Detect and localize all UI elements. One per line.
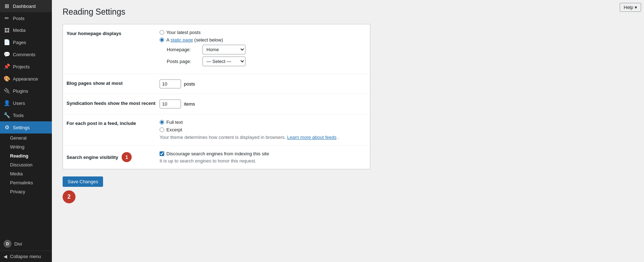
- submenu-media-settings[interactable]: Media: [0, 169, 52, 178]
- learn-more-feeds-link[interactable]: Learn more about feeds: [287, 135, 337, 140]
- sidebar-item-plugins[interactable]: 🔌 Plugins: [0, 85, 52, 97]
- sidebar-item-label: Users: [13, 101, 25, 106]
- posts-icon: ✏: [4, 15, 10, 21]
- search-visibility-row: Search engine visibility 1 Discourage se…: [63, 146, 370, 169]
- help-chevron-icon: ▾: [635, 5, 637, 10]
- radio-full-text-input[interactable]: [160, 120, 164, 125]
- sidebar-item-comments[interactable]: 💬 Comments: [0, 48, 52, 60]
- submenu-privacy[interactable]: Privacy: [0, 187, 52, 196]
- sidebar-item-divi[interactable]: D Divi: [0, 237, 52, 251]
- sidebar-item-pages[interactable]: 📄 Pages: [0, 36, 52, 48]
- divi-label: Divi: [14, 241, 22, 247]
- submenu-writing[interactable]: Writing: [0, 142, 52, 151]
- syndication-feeds-label: Syndication feeds show the most recent: [67, 100, 160, 106]
- search-visibility-field: Discourage search engines from indexing …: [160, 151, 366, 164]
- plugins-icon: 🔌: [4, 88, 10, 94]
- radio-excerpt: Excerpt: [160, 127, 366, 132]
- sidebar-item-label: Tools: [13, 113, 24, 118]
- homepage-select-row: Homepage: Home: [160, 45, 366, 54]
- syndication-feeds-field: items: [160, 100, 366, 108]
- page-title: Reading Settings: [63, 7, 633, 17]
- settings-submenu: General Writing Reading Discussion Media…: [0, 134, 52, 196]
- submenu-discussion[interactable]: Discussion: [0, 160, 52, 169]
- settings-form: Your homepage displays Your latest posts…: [63, 24, 370, 169]
- sidebar-item-tools[interactable]: 🔧 Tools: [0, 109, 52, 121]
- tools-icon: 🔧: [4, 112, 10, 118]
- syndication-feeds-unit: items: [184, 101, 195, 107]
- posts-page-select-row: Posts page: — Select —: [160, 57, 366, 66]
- discourage-search-engines-label: Discourage search engines from indexing …: [166, 151, 269, 156]
- sidebar-item-label: Media: [13, 28, 25, 33]
- appearance-icon: 🎨: [4, 76, 10, 82]
- sidebar-item-label: Settings: [13, 125, 30, 130]
- search-visibility-label: Search engine visibility 1: [67, 151, 160, 162]
- settings-icon: ⚙: [4, 124, 10, 131]
- dashboard-icon: ⊞: [4, 3, 10, 9]
- main-content: Reading Settings Your homepage displays …: [52, 0, 644, 262]
- radio-excerpt-input[interactable]: [160, 127, 164, 132]
- sidebar-item-posts[interactable]: ✏ Posts: [0, 12, 52, 24]
- posts-page-select[interactable]: — Select —: [203, 57, 245, 66]
- save-changes-button[interactable]: Save Changes: [63, 176, 103, 187]
- collapse-label: Collapse menu: [10, 254, 41, 259]
- discourage-search-engines-checkbox[interactable]: [160, 151, 164, 156]
- projects-icon: 📌: [4, 63, 10, 70]
- sidebar-item-users[interactable]: 👤 Users: [0, 97, 52, 109]
- collapse-icon: ◀: [4, 254, 7, 259]
- sidebar: ⊞ Dashboard ✏ Posts 🖼 Media 📄 Pages 💬 Co…: [0, 0, 52, 262]
- radio-static-page-input[interactable]: [160, 38, 164, 42]
- submenu-reading[interactable]: Reading: [0, 151, 52, 160]
- divi-icon: D: [4, 240, 11, 248]
- static-page-link[interactable]: static page: [171, 37, 193, 43]
- syndication-feeds-row: Syndication feeds show the most recent i…: [63, 94, 370, 114]
- homepage-select-label: Homepage:: [167, 47, 199, 52]
- radio-latest-posts-input[interactable]: [160, 30, 164, 35]
- sidebar-item-label: Plugins: [13, 88, 28, 94]
- homepage-displays-field: Your latest posts A static page (select …: [160, 30, 366, 68]
- radio-latest-posts-label: Your latest posts: [166, 30, 201, 35]
- sidebar-item-label: Appearance: [13, 76, 38, 82]
- homepage-displays-row: Your homepage displays Your latest posts…: [63, 24, 370, 74]
- help-label: Help: [624, 5, 633, 10]
- comments-icon: 💬: [4, 51, 10, 58]
- search-visibility-hint: It is up to search engines to honor this…: [160, 158, 366, 164]
- blog-pages-field: posts: [160, 79, 366, 88]
- homepage-select[interactable]: Home: [203, 45, 245, 54]
- search-visibility-badge: 1: [122, 152, 132, 162]
- sidebar-item-appearance[interactable]: 🎨 Appearance: [0, 73, 52, 85]
- radio-static-page: A static page (select below): [160, 37, 366, 43]
- sidebar-item-label: Pages: [13, 40, 26, 45]
- blog-pages-label: Blog pages show at most: [67, 79, 160, 86]
- posts-page-label: Posts page:: [167, 59, 199, 64]
- submenu-permalinks[interactable]: Permalinks: [0, 178, 52, 187]
- radio-excerpt-label: Excerpt: [166, 127, 182, 132]
- sidebar-bottom: D Divi ◀ Collapse menu: [0, 237, 52, 262]
- submenu-general[interactable]: General: [0, 134, 52, 142]
- help-button[interactable]: Help ▾: [620, 3, 641, 12]
- feed-include-row: For each post in a feed, include Full te…: [63, 114, 370, 146]
- media-icon: 🖼: [4, 27, 10, 33]
- sidebar-item-settings[interactable]: ⚙ Settings: [0, 121, 52, 134]
- syndication-feeds-input[interactable]: [160, 100, 181, 108]
- sidebar-item-label: Dashboard: [13, 4, 36, 9]
- sidebar-item-media[interactable]: 🖼 Media: [0, 24, 52, 36]
- radio-latest-posts: Your latest posts: [160, 30, 366, 35]
- radio-static-page-label: A static page (select below): [166, 37, 223, 43]
- collapse-menu-button[interactable]: ◀ Collapse menu: [0, 251, 52, 262]
- sidebar-item-label: Projects: [13, 64, 30, 69]
- sidebar-item-label: Comments: [13, 52, 35, 57]
- sidebar-item-label: Posts: [13, 16, 25, 21]
- sidebar-item-projects[interactable]: 📌 Projects: [0, 60, 52, 73]
- users-icon: 👤: [4, 100, 10, 106]
- radio-full-text-label: Full text: [166, 120, 183, 125]
- blog-pages-row: Blog pages show at most posts: [63, 74, 370, 94]
- homepage-displays-label: Your homepage displays: [67, 30, 160, 36]
- sidebar-item-dashboard[interactable]: ⊞ Dashboard: [0, 0, 52, 12]
- blog-pages-input[interactable]: [160, 79, 181, 88]
- blog-pages-unit: posts: [184, 81, 195, 87]
- feed-include-field: Full text Excerpt Your theme determines …: [160, 120, 366, 140]
- feed-include-label: For each post in a feed, include: [67, 120, 160, 126]
- bottom-badge-2: 2: [63, 190, 75, 203]
- discourage-search-engines-option: Discourage search engines from indexing …: [160, 151, 366, 156]
- pages-icon: 📄: [4, 39, 10, 45]
